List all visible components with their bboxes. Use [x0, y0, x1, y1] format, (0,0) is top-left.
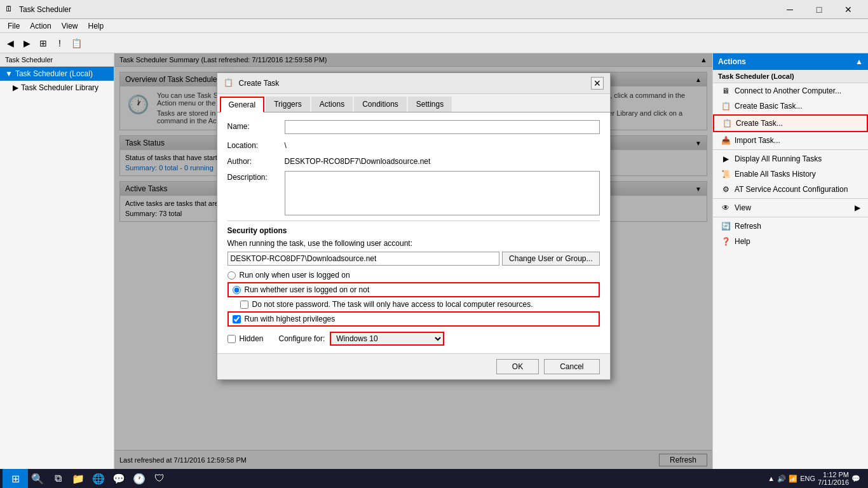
toolbar-show-hide[interactable]: ⊞	[36, 36, 51, 51]
action-view[interactable]: 👁 View ▶	[713, 200, 868, 215]
title-bar: 🗓 Task Scheduler ─ □ ✕	[0, 0, 868, 19]
create-task-dialog: 📋 Create Task ✕ General Triggers Actions…	[217, 72, 611, 380]
tab-actions[interactable]: Actions	[311, 97, 353, 112]
action-display-running[interactable]: ▶ Display All Running Tasks	[713, 151, 868, 166]
taskbar-chrome[interactable]: 🌐	[89, 469, 108, 488]
configure-select[interactable]: Windows 10 Windows 8.1 Windows 7 Windows…	[330, 332, 444, 346]
ok-button[interactable]: OK	[496, 359, 539, 374]
toolbar-action2[interactable]: 📋	[69, 36, 84, 51]
user-account-row: Change User or Group...	[227, 252, 600, 266]
toolbar-forward[interactable]: ▶	[19, 36, 34, 51]
actions-title: Actions	[718, 57, 746, 66]
action-connect-another[interactable]: 🖥 Connect to Another Computer...	[713, 83, 868, 98]
maximize-button[interactable]: □	[804, 0, 834, 19]
author-value: DESKTOP-RCO8DF7\Downloadsource.net	[285, 155, 600, 166]
display-running-icon: ▶	[721, 154, 731, 164]
window-controls: ─ □ ✕	[775, 0, 863, 19]
tree-item-library[interactable]: ▶ Task Scheduler Library	[0, 81, 114, 95]
taskbar-icons: 🔍 ⧉ 📁 🌐 💬 🕐 🛡	[28, 469, 763, 488]
description-row: Description:	[227, 171, 600, 215]
action-enable-history-label: Enable All Tasks History	[735, 170, 816, 179]
minimize-button[interactable]: ─	[775, 0, 804, 19]
taskbar-file-explorer[interactable]: 📁	[69, 469, 88, 488]
taskbar-skype[interactable]: 💬	[109, 469, 128, 488]
action-help[interactable]: ❓ Help	[713, 234, 868, 249]
hidden-check: Hidden	[227, 334, 264, 343]
action-import-task[interactable]: 📥 Import Task...	[713, 133, 868, 148]
security-when-running: When running the task, use the following…	[227, 239, 600, 248]
expand-arrow: ▼	[5, 69, 13, 78]
author-row: Author: DESKTOP-RCO8DF7\Downloadsource.n…	[227, 155, 600, 166]
action-create-task[interactable]: 📋 Create Task...	[713, 114, 868, 132]
dialog-close-button[interactable]: ✕	[591, 77, 604, 90]
taskbar-search[interactable]: 🔍	[28, 469, 47, 488]
tree-header: Task Scheduler	[0, 53, 114, 67]
tray-expand[interactable]: ▲	[768, 475, 775, 482]
time-display: 1:12 PM	[818, 471, 849, 478]
name-input[interactable]	[285, 120, 600, 134]
tree-item-library-icon: ▶	[13, 83, 18, 92]
main-layout: Task Scheduler ▼ Task Scheduler (Local) …	[0, 53, 868, 469]
action-refresh[interactable]: 🔄 Refresh	[713, 219, 868, 234]
action-view-label: View	[735, 203, 751, 212]
dialog-title-bar: 📋 Create Task ✕	[217, 73, 610, 94]
dialog-icon: 📋	[224, 78, 234, 88]
toolbar: ◀ ▶ ⊞ ! 📋	[0, 33, 868, 53]
radio-whether-logged-on-label: Run whether user is logged on or not	[245, 285, 370, 294]
action-refresh-label: Refresh	[735, 222, 761, 231]
action-create-basic-label: Create Basic Task...	[735, 102, 803, 111]
location-value: \	[285, 139, 600, 150]
separator-1	[713, 149, 868, 150]
taskbar-clock[interactable]: 🕐	[130, 469, 149, 488]
action-enable-history[interactable]: 📜 Enable All Tasks History	[713, 166, 868, 182]
user-account-input[interactable]	[227, 252, 500, 266]
tray-network-icon[interactable]: 📶	[789, 475, 797, 483]
menu-file[interactable]: File	[3, 20, 25, 32]
name-label: Name:	[227, 120, 285, 131]
action-service-account-label: AT Service Account Configuration	[735, 185, 848, 194]
taskbar-task-view[interactable]: ⧉	[48, 469, 67, 488]
toolbar-action1[interactable]: !	[52, 36, 67, 51]
action-display-running-label: Display All Running Tasks	[735, 154, 822, 163]
radio-logged-on-only-input[interactable]	[227, 271, 236, 280]
action-create-basic[interactable]: 📋 Create Basic Task...	[713, 98, 868, 114]
dialog-tabs: General Triggers Actions Conditions Sett…	[217, 94, 610, 112]
menu-action[interactable]: Action	[25, 20, 56, 32]
description-label: Description:	[227, 171, 285, 182]
checkbox-no-store-password-input[interactable]	[240, 301, 248, 309]
taskbar-tray: ▲ 🔊 📶 ENG 1:12 PM 7/11/2016 💬	[763, 471, 865, 486]
start-button[interactable]: ⊞	[3, 469, 28, 488]
radio-whether-logged-on-input[interactable]	[233, 286, 241, 294]
taskbar-time: 1:12 PM 7/11/2016	[818, 471, 849, 486]
location-label: Location:	[227, 139, 285, 150]
notification-icon[interactable]: 💬	[851, 475, 860, 483]
toolbar-back[interactable]: ◀	[3, 36, 18, 51]
tree-item-local[interactable]: ▼ Task Scheduler (Local)	[0, 67, 114, 81]
tab-general[interactable]: General	[220, 97, 265, 112]
checkbox-highest-privileges-input[interactable]	[233, 315, 241, 323]
radio-whether-logged-on: Run whether user is logged on or not	[227, 282, 600, 297]
tab-settings[interactable]: Settings	[408, 97, 452, 112]
menu-view[interactable]: View	[57, 20, 83, 32]
author-label: Author:	[227, 155, 285, 166]
tab-triggers[interactable]: Triggers	[266, 97, 310, 112]
cancel-button[interactable]: Cancel	[544, 359, 599, 374]
close-button[interactable]: ✕	[834, 0, 863, 19]
taskbar: ⊞ 🔍 ⧉ 📁 🌐 💬 🕐 🛡 ▲ 🔊 📶 ENG 1:12 PM 7/11/2…	[0, 469, 868, 488]
hidden-checkbox[interactable]	[227, 335, 236, 343]
menu-help[interactable]: Help	[83, 20, 109, 32]
action-service-account[interactable]: ⚙ AT Service Account Configuration	[713, 182, 868, 197]
action-connect-label: Connect to Another Computer...	[735, 86, 841, 95]
action-create-task-label: Create Task...	[736, 119, 783, 128]
tray-sound-icon[interactable]: 🔊	[777, 475, 786, 483]
dialog-body: Name: Location: \ Author: DESKTOP-RCO8DF…	[217, 112, 610, 353]
taskbar-app6[interactable]: 🛡	[150, 469, 169, 488]
tab-conditions[interactable]: Conditions	[354, 97, 407, 112]
description-input[interactable]	[285, 171, 600, 215]
create-task-icon: 📋	[722, 118, 732, 128]
change-user-button[interactable]: Change User or Group...	[502, 252, 599, 266]
checkbox-no-store-password: Do not store password. The task will onl…	[227, 300, 600, 309]
hidden-label: Hidden	[240, 334, 264, 343]
view-arrow-icon: ▶	[855, 203, 860, 212]
action-help-label: Help	[735, 237, 750, 246]
